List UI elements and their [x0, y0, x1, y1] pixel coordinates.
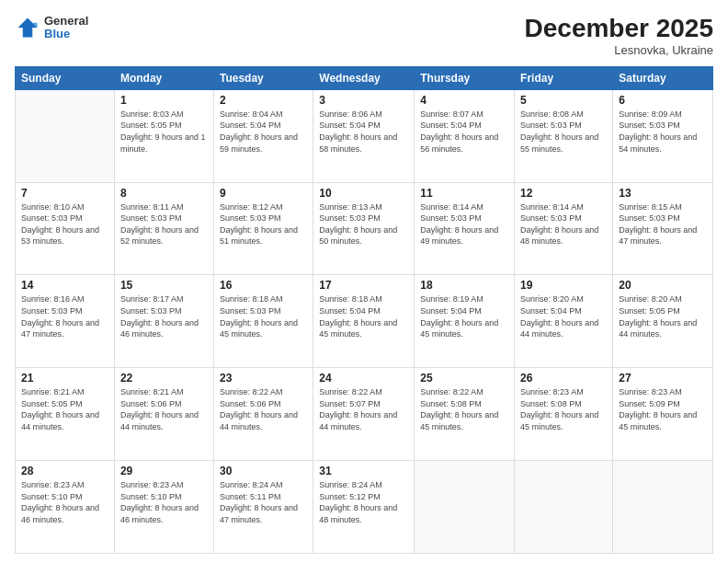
- calendar-week-row: 21 Sunrise: 8:21 AMSunset: 5:05 PMDaylig…: [16, 368, 713, 461]
- day-number: 8: [120, 187, 208, 200]
- day-number: 5: [520, 94, 607, 107]
- day-number: 6: [619, 94, 707, 107]
- calendar-cell: 10 Sunrise: 8:13 AMSunset: 5:03 PMDaylig…: [313, 182, 415, 275]
- day-detail: Sunrise: 8:24 AMSunset: 5:11 PMDaylight:…: [220, 480, 298, 524]
- calendar-cell: 16 Sunrise: 8:18 AMSunset: 5:03 PMDaylig…: [213, 275, 313, 368]
- day-number: 17: [319, 279, 408, 292]
- day-number: 2: [220, 94, 307, 107]
- day-number: 18: [420, 279, 508, 292]
- weekday-header: Wednesday: [313, 66, 415, 89]
- calendar-cell: 8 Sunrise: 8:11 AMSunset: 5:03 PMDayligh…: [114, 182, 213, 275]
- calendar-cell: 19 Sunrise: 8:20 AMSunset: 5:04 PMDaylig…: [515, 275, 613, 368]
- day-detail: Sunrise: 8:19 AMSunset: 5:04 PMDaylight:…: [420, 294, 498, 339]
- day-detail: Sunrise: 8:16 AMSunset: 5:03 PMDaylight:…: [21, 294, 99, 339]
- calendar-cell: 9 Sunrise: 8:12 AMSunset: 5:03 PMDayligh…: [213, 182, 313, 275]
- day-number: 4: [420, 94, 508, 107]
- calendar-cell: 21 Sunrise: 8:21 AMSunset: 5:05 PMDaylig…: [16, 368, 115, 461]
- calendar-cell: 28 Sunrise: 8:23 AMSunset: 5:10 PMDaylig…: [16, 461, 115, 554]
- day-detail: Sunrise: 8:03 AMSunset: 5:05 PMDaylight:…: [120, 109, 206, 154]
- day-number: 9: [220, 187, 307, 200]
- day-number: 12: [520, 187, 607, 200]
- calendar-cell: [515, 461, 613, 554]
- calendar-week-row: 1 Sunrise: 8:03 AMSunset: 5:05 PMDayligh…: [16, 89, 713, 182]
- day-detail: Sunrise: 8:22 AMSunset: 5:06 PMDaylight:…: [220, 387, 298, 431]
- calendar-cell: 26 Sunrise: 8:23 AMSunset: 5:08 PMDaylig…: [515, 368, 613, 461]
- calendar-cell: 6 Sunrise: 8:09 AMSunset: 5:03 PMDayligh…: [613, 89, 713, 182]
- day-detail: Sunrise: 8:21 AMSunset: 5:05 PMDaylight:…: [21, 387, 99, 431]
- day-detail: Sunrise: 8:04 AMSunset: 5:04 PMDaylight:…: [220, 109, 298, 154]
- day-number: 25: [420, 372, 508, 385]
- day-number: 3: [319, 94, 408, 107]
- day-number: 20: [619, 279, 707, 292]
- calendar-cell: 13 Sunrise: 8:15 AMSunset: 5:03 PMDaylig…: [613, 182, 713, 275]
- calendar-cell: [415, 461, 515, 554]
- day-detail: Sunrise: 8:23 AMSunset: 5:08 PMDaylight:…: [520, 387, 598, 431]
- weekday-header: Thursday: [415, 66, 515, 89]
- logo-general: General: [44, 15, 88, 28]
- location-subtitle: Lesnovka, Ukraine: [525, 43, 713, 57]
- day-number: 11: [420, 187, 508, 200]
- day-number: 1: [120, 94, 208, 107]
- page-header: General Blue December 2025 Lesnovka, Ukr…: [15, 15, 713, 57]
- day-detail: Sunrise: 8:14 AMSunset: 5:03 PMDaylight:…: [520, 202, 598, 247]
- day-detail: Sunrise: 8:22 AMSunset: 5:07 PMDaylight:…: [319, 387, 397, 431]
- calendar-cell: 1 Sunrise: 8:03 AMSunset: 5:05 PMDayligh…: [114, 89, 213, 182]
- day-number: 31: [319, 465, 408, 477]
- day-number: 13: [619, 187, 707, 200]
- calendar-cell: [613, 461, 713, 554]
- day-number: 23: [220, 372, 307, 385]
- day-number: 29: [120, 465, 208, 477]
- day-number: 28: [21, 465, 108, 477]
- calendar-cell: 29 Sunrise: 8:23 AMSunset: 5:10 PMDaylig…: [114, 461, 213, 554]
- title-block: December 2025 Lesnovka, Ukraine: [525, 15, 713, 57]
- day-detail: Sunrise: 8:09 AMSunset: 5:03 PMDaylight:…: [619, 109, 697, 154]
- calendar-week-row: 28 Sunrise: 8:23 AMSunset: 5:10 PMDaylig…: [16, 461, 713, 554]
- day-number: 24: [319, 372, 408, 385]
- calendar-cell: 12 Sunrise: 8:14 AMSunset: 5:03 PMDaylig…: [515, 182, 613, 275]
- day-number: 22: [120, 372, 208, 385]
- calendar-cell: 7 Sunrise: 8:10 AMSunset: 5:03 PMDayligh…: [16, 182, 115, 275]
- day-number: 14: [21, 279, 108, 292]
- day-number: 16: [220, 279, 307, 292]
- day-number: 7: [21, 187, 108, 200]
- calendar-cell: 25 Sunrise: 8:22 AMSunset: 5:08 PMDaylig…: [415, 368, 515, 461]
- calendar-cell: 15 Sunrise: 8:17 AMSunset: 5:03 PMDaylig…: [114, 275, 213, 368]
- calendar-cell: 11 Sunrise: 8:14 AMSunset: 5:03 PMDaylig…: [415, 182, 515, 275]
- day-detail: Sunrise: 8:20 AMSunset: 5:05 PMDaylight:…: [619, 294, 697, 339]
- calendar-cell: 18 Sunrise: 8:19 AMSunset: 5:04 PMDaylig…: [415, 275, 515, 368]
- day-detail: Sunrise: 8:18 AMSunset: 5:03 PMDaylight:…: [220, 294, 298, 339]
- calendar-cell: 2 Sunrise: 8:04 AMSunset: 5:04 PMDayligh…: [213, 89, 313, 182]
- day-detail: Sunrise: 8:21 AMSunset: 5:06 PMDaylight:…: [120, 387, 199, 431]
- weekday-header: Friday: [515, 66, 613, 89]
- day-detail: Sunrise: 8:18 AMSunset: 5:04 PMDaylight:…: [319, 294, 397, 339]
- day-detail: Sunrise: 8:14 AMSunset: 5:03 PMDaylight:…: [420, 202, 498, 247]
- day-detail: Sunrise: 8:08 AMSunset: 5:03 PMDaylight:…: [520, 109, 598, 154]
- logo-blue: Blue: [44, 28, 88, 40]
- day-detail: Sunrise: 8:07 AMSunset: 5:04 PMDaylight:…: [420, 109, 498, 154]
- calendar-cell: 30 Sunrise: 8:24 AMSunset: 5:11 PMDaylig…: [213, 461, 313, 554]
- day-detail: Sunrise: 8:23 AMSunset: 5:10 PMDaylight:…: [120, 480, 199, 524]
- day-number: 27: [619, 372, 707, 385]
- day-detail: Sunrise: 8:12 AMSunset: 5:03 PMDaylight:…: [220, 202, 298, 247]
- calendar-cell: 31 Sunrise: 8:24 AMSunset: 5:12 PMDaylig…: [313, 461, 415, 554]
- page-container: General Blue December 2025 Lesnovka, Ukr…: [0, 0, 728, 563]
- weekday-header: Saturday: [613, 66, 713, 89]
- calendar-cell: 27 Sunrise: 8:23 AMSunset: 5:09 PMDaylig…: [613, 368, 713, 461]
- calendar-week-row: 7 Sunrise: 8:10 AMSunset: 5:03 PMDayligh…: [16, 182, 713, 275]
- day-number: 30: [220, 465, 307, 477]
- calendar-cell: 23 Sunrise: 8:22 AMSunset: 5:06 PMDaylig…: [213, 368, 313, 461]
- weekday-header: Monday: [114, 66, 213, 89]
- calendar-cell: 3 Sunrise: 8:06 AMSunset: 5:04 PMDayligh…: [313, 89, 415, 182]
- day-detail: Sunrise: 8:23 AMSunset: 5:10 PMDaylight:…: [21, 480, 99, 524]
- day-number: 10: [319, 187, 408, 200]
- day-detail: Sunrise: 8:23 AMSunset: 5:09 PMDaylight:…: [619, 387, 697, 431]
- calendar-cell: 14 Sunrise: 8:16 AMSunset: 5:03 PMDaylig…: [16, 275, 115, 368]
- svg-marker-0: [18, 18, 38, 38]
- weekday-header: Tuesday: [213, 66, 313, 89]
- calendar-table: SundayMondayTuesdayWednesdayThursdayFrid…: [15, 66, 713, 554]
- day-number: 26: [520, 372, 607, 385]
- day-detail: Sunrise: 8:20 AMSunset: 5:04 PMDaylight:…: [520, 294, 598, 339]
- day-detail: Sunrise: 8:11 AMSunset: 5:03 PMDaylight:…: [120, 202, 199, 247]
- day-detail: Sunrise: 8:10 AMSunset: 5:03 PMDaylight:…: [21, 202, 99, 247]
- logo-icon: [15, 15, 40, 40]
